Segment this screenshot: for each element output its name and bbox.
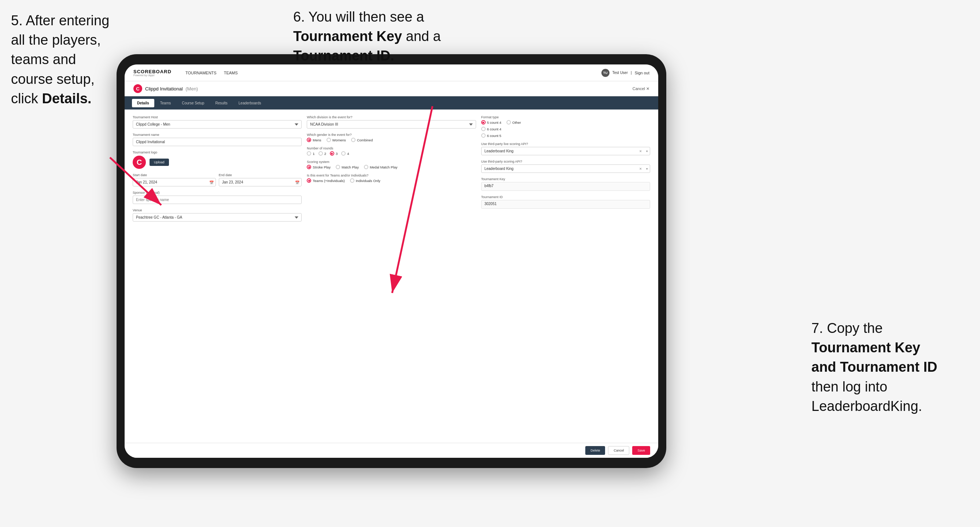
format-6count5[interactable]: 6 count 5 [481, 133, 501, 138]
scoring-medal-radio[interactable] [364, 165, 368, 169]
venue-select[interactable]: Peachtree GC - Atlanta - GA [133, 213, 302, 222]
ind-only[interactable]: Individuals Only [350, 178, 380, 183]
rounds-4[interactable]: 4 [341, 151, 349, 156]
tournament-logo-field: Tournament logo C Upload [133, 151, 302, 169]
tab-leaderboards[interactable]: Leaderboards [234, 99, 266, 107]
brand-logo: SCOREBOARD Powered by clippd [134, 69, 172, 76]
logo-c-icon: C [133, 156, 146, 169]
third-party1-wrap: ✕ ▾ [481, 147, 650, 155]
rounds-2-radio[interactable] [318, 151, 323, 156]
brand-name: SCOREBOARD [134, 69, 172, 74]
scoring-stroke-label: Stroke Play [313, 165, 331, 169]
gender-combined-label: Combined [357, 138, 373, 142]
teams-plus-ind-radio[interactable] [307, 178, 311, 183]
gender-combined-radio[interactable] [351, 138, 355, 142]
format-group: 5 count 4 Other 6 count 4 [481, 120, 650, 138]
tab-results[interactable]: Results [210, 99, 232, 107]
third-party2-clear-icon[interactable]: ✕ [639, 167, 642, 171]
scoring-stroke-radio[interactable] [307, 165, 311, 169]
format-field: Format type 5 count 4 Other [481, 115, 650, 138]
tournament-name-field: Tournament name [133, 133, 302, 146]
date-row: Start date 📅 End date 📅 [133, 173, 302, 186]
cancel-button[interactable]: Cancel ✕ [633, 86, 649, 91]
rounds-1-radio[interactable] [307, 151, 311, 156]
cancel-footer-button[interactable]: Cancel [608, 446, 629, 455]
save-button[interactable]: Save [632, 446, 650, 455]
delete-button[interactable]: Delete [585, 446, 605, 455]
teams-plus-ind[interactable]: Teams (+Individuals) [307, 178, 345, 183]
calendar-icon-end: 📅 [295, 180, 299, 184]
tournament-host-select[interactable]: Clippd College - Men [133, 120, 302, 129]
ind-only-radio[interactable] [350, 178, 355, 183]
tournament-host-field: Tournament Host Clippd College - Men [133, 115, 302, 129]
start-date-input[interactable] [133, 178, 216, 186]
third-party1-clear-icon[interactable]: ✕ [639, 149, 642, 153]
scoring-match-radio[interactable] [336, 165, 340, 169]
format-other-radio[interactable] [506, 120, 511, 124]
tournament-name-input[interactable] [133, 138, 302, 146]
tournament-id-value: 302051 [481, 200, 650, 209]
tab-teams[interactable]: Teams [155, 99, 176, 107]
format-radio-row2: 6 count 4 [481, 127, 650, 131]
gender-mens-label: Mens [313, 138, 321, 142]
sign-out-link[interactable]: Sign out [635, 70, 649, 76]
form-layout: Tournament Host Clippd College - Men Tou… [133, 115, 650, 437]
format-radio-row3: 6 count 5 [481, 133, 650, 138]
tournament-key-value: b4fb7 [481, 182, 650, 191]
main-content: Tournament Host Clippd College - Men Tou… [125, 110, 658, 443]
sign-out-separator: | [631, 71, 632, 75]
sponsor-input[interactable] [133, 195, 302, 204]
gender-mens-radio[interactable] [307, 138, 311, 142]
nav-links: TOURNAMENTS TEAMS [185, 70, 238, 76]
gender-mens[interactable]: Mens [307, 138, 321, 142]
gender-womens[interactable]: Womens [326, 138, 346, 142]
start-date-label: Start date [133, 173, 216, 177]
scoring-field: Scoring system Stroke Play Match Play [307, 160, 476, 169]
nav-tournaments[interactable]: TOURNAMENTS [185, 70, 216, 76]
tournament-name-label: Tournament name [133, 133, 302, 137]
rounds-3-radio[interactable] [330, 151, 334, 156]
logo-area: C Upload [133, 156, 302, 169]
format-5count4-radio[interactable] [481, 120, 485, 124]
third-party2-input[interactable] [481, 164, 650, 173]
third-party2-wrap: ✕ ▾ [481, 164, 650, 173]
third-party1-input[interactable] [481, 147, 650, 155]
tab-course-setup[interactable]: Course Setup [177, 99, 209, 107]
scoring-medal-label: Medal Match Play [370, 165, 398, 169]
end-date-input[interactable] [219, 178, 302, 186]
rounds-3[interactable]: 3 [330, 151, 337, 156]
third-party2-label: Use third-party scoring API? [481, 160, 650, 163]
format-other-label: Other [512, 121, 521, 124]
gender-womens-radio[interactable] [326, 138, 331, 142]
rounds-4-radio[interactable] [341, 151, 345, 156]
gender-combined[interactable]: Combined [351, 138, 373, 142]
third-party1-expand-icon[interactable]: ▾ [646, 149, 648, 153]
third-party2-expand-icon[interactable]: ▾ [646, 167, 648, 171]
format-6count4[interactable]: 6 count 4 [481, 127, 501, 131]
rounds-2[interactable]: 2 [318, 151, 326, 156]
page-title-area: C Clippd Invitational (Men) [134, 84, 198, 93]
upload-button[interactable]: Upload [150, 159, 169, 166]
scoring-stroke[interactable]: Stroke Play [307, 165, 331, 169]
format-6count4-radio[interactable] [481, 127, 485, 131]
top-nav: SCOREBOARD Powered by clippd TOURNAMENTS… [125, 65, 658, 81]
rounds-field: Number of rounds 1 2 [307, 146, 476, 156]
sponsor-field: Sponsor (optional) [133, 191, 302, 204]
third-party1-field: Use third-party live scoring API? ✕ ▾ [481, 142, 650, 155]
calendar-icon: 📅 [209, 180, 214, 184]
page-title: Clippd Invitational (Men) [145, 86, 198, 92]
tab-details[interactable]: Details [132, 99, 154, 107]
nav-teams[interactable]: TEAMS [224, 70, 238, 76]
rounds-radio-group: 1 2 3 4 [307, 151, 476, 156]
format-6count5-radio[interactable] [481, 133, 485, 138]
scoring-match[interactable]: Match Play [336, 165, 359, 169]
division-select[interactable]: NCAA Division III [307, 120, 476, 129]
format-5count4[interactable]: 5 count 4 [481, 120, 501, 124]
rounds-1[interactable]: 1 [307, 151, 315, 156]
annotation-bottom-right: 7. Copy theTournament Keyand Tournament … [811, 319, 969, 416]
scoring-medal[interactable]: Medal Match Play [364, 165, 398, 169]
user-avatar: TU [601, 69, 609, 77]
gender-field: Which gender is the event for? Mens Wome… [307, 133, 476, 142]
format-other[interactable]: Other [506, 120, 521, 124]
division-field: Which division is the event for? NCAA Di… [307, 115, 476, 129]
